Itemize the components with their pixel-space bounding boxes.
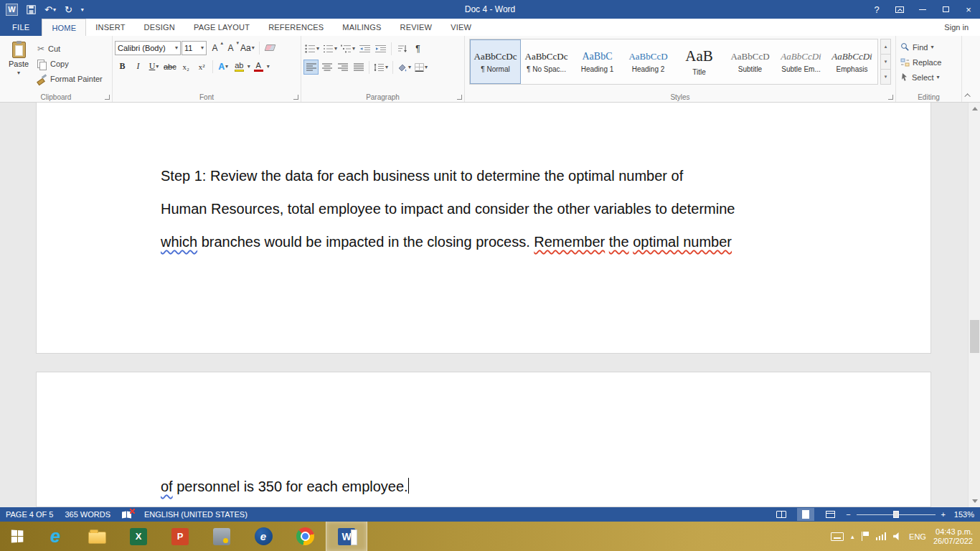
format-painter-button[interactable]: Format Painter bbox=[35, 72, 105, 85]
style-heading-1[interactable]: AaBbCHeading 1 bbox=[572, 39, 623, 84]
style-no-spacing[interactable]: AaBbCcDc¶ No Spac... bbox=[521, 39, 572, 84]
justify-button[interactable] bbox=[351, 60, 366, 75]
sign-in-link[interactable]: Sign in bbox=[933, 19, 980, 36]
save-button[interactable] bbox=[27, 5, 36, 14]
document-line[interactable]: Human Resources, total employee to impac… bbox=[161, 192, 830, 225]
tab-file[interactable]: FILE bbox=[0, 19, 42, 36]
zoom-in-button[interactable]: + bbox=[941, 510, 946, 519]
maximize-button[interactable] bbox=[934, 0, 957, 19]
paragraph-dialog-launcher[interactable] bbox=[457, 95, 462, 100]
zoom-slider[interactable] bbox=[857, 510, 936, 519]
read-mode-button[interactable] bbox=[773, 508, 790, 521]
scrollbar-thumb[interactable] bbox=[970, 320, 979, 353]
styles-scroll-up-button[interactable]: ▴ bbox=[880, 39, 891, 55]
paste-button[interactable]: Paste ▾ bbox=[2, 38, 35, 91]
bullets-button[interactable]: ▾ bbox=[303, 41, 321, 56]
document-line[interactable]: which branches would be impacted in the … bbox=[161, 225, 830, 258]
page-indicator[interactable]: PAGE 4 OF 5 bbox=[6, 510, 53, 519]
font-color-dropdown-icon[interactable]: ▾ bbox=[267, 63, 270, 70]
select-dropdown-icon[interactable]: ▾ bbox=[937, 74, 940, 80]
copy-button[interactable]: Copy bbox=[35, 57, 105, 70]
increase-indent-button[interactable] bbox=[373, 41, 388, 56]
scroll-up-button[interactable] bbox=[969, 103, 980, 115]
tab-page-layout[interactable]: PAGE LAYOUT bbox=[184, 19, 259, 36]
borders-button[interactable]: ▾ bbox=[413, 60, 429, 75]
tab-view[interactable]: VIEW bbox=[441, 19, 481, 36]
vertical-scrollbar[interactable] bbox=[968, 103, 980, 507]
print-layout-button[interactable] bbox=[797, 508, 814, 521]
spelling-flagged-word[interactable]: optimal number bbox=[633, 234, 732, 250]
tab-home[interactable]: HOME bbox=[42, 19, 86, 36]
spelling-flagged-word[interactable]: the bbox=[609, 234, 629, 250]
ribbon-display-options-button[interactable] bbox=[888, 0, 911, 19]
clipboard-dialog-launcher[interactable] bbox=[105, 95, 110, 100]
word-count[interactable]: 365 WORDS bbox=[65, 510, 110, 519]
bold-button[interactable]: B bbox=[115, 59, 130, 74]
line-spacing-button[interactable]: ▾ bbox=[372, 60, 390, 75]
select-button[interactable]: Select▾ bbox=[898, 70, 959, 84]
shrink-font-button[interactable]: A▾ bbox=[223, 40, 238, 55]
proofing-errors-icon[interactable] bbox=[122, 511, 133, 519]
page-5-text[interactable]: of personnel is 350 for each employee. bbox=[37, 372, 930, 503]
shading-button[interactable]: ▾ bbox=[396, 60, 413, 75]
decrease-indent-button[interactable] bbox=[357, 41, 372, 56]
start-button[interactable] bbox=[0, 522, 34, 551]
document-page-5[interactable]: of personnel is 350 for each employee. bbox=[36, 372, 931, 507]
show-hide-formatting-button[interactable]: ¶ bbox=[410, 41, 425, 56]
help-button[interactable]: ? bbox=[865, 0, 888, 19]
word-taskbar-icon[interactable]: W bbox=[326, 522, 367, 551]
grammar-flagged-word[interactable]: which bbox=[161, 234, 197, 250]
clear-formatting-button[interactable] bbox=[263, 40, 278, 55]
text-effects-button[interactable]: A▾ bbox=[216, 59, 231, 74]
style-title[interactable]: AaBTitle bbox=[674, 39, 725, 84]
action-center-flag-icon[interactable] bbox=[862, 532, 869, 541]
undo-button[interactable]: ↶▾ bbox=[44, 4, 56, 15]
style-subtle-emphasis[interactable]: AaBbCcDiSubtle Em... bbox=[776, 39, 826, 84]
underline-dropdown-icon[interactable]: ▾ bbox=[156, 63, 159, 70]
network-icon[interactable] bbox=[876, 532, 887, 540]
clock[interactable]: 04:43 p.m. 26/07/2022 bbox=[933, 527, 973, 546]
font-size-combobox[interactable]: 11▾ bbox=[182, 41, 207, 55]
web-layout-button[interactable] bbox=[821, 508, 839, 521]
font-size-dropdown-icon[interactable]: ▾ bbox=[201, 44, 204, 51]
styles-scroll-down-button[interactable]: ▾ bbox=[880, 55, 891, 70]
strikethrough-button[interactable]: abc bbox=[162, 59, 178, 74]
highlight-dropdown-icon[interactable]: ▾ bbox=[248, 63, 250, 70]
style-heading-2[interactable]: AaBbCcDHeading 2 bbox=[623, 39, 674, 84]
language-indicator[interactable]: ENGLISH (UNITED STATES) bbox=[144, 510, 248, 519]
tab-mailings[interactable]: MAILINGS bbox=[333, 19, 390, 36]
sort-button[interactable] bbox=[395, 41, 410, 56]
zoom-out-button[interactable]: − bbox=[846, 510, 850, 519]
tab-review[interactable]: REVIEW bbox=[391, 19, 442, 36]
grammar-flagged-word[interactable]: of bbox=[161, 479, 173, 494]
style-emphasis[interactable]: AaBbCcDiEmphasis bbox=[826, 39, 877, 84]
styles-more-button[interactable]: ▾ bbox=[880, 70, 891, 85]
page-4-text[interactable]: Step 1: Review the data for each busines… bbox=[37, 103, 930, 258]
tab-design[interactable]: DESIGN bbox=[135, 19, 184, 36]
find-dropdown-icon[interactable]: ▾ bbox=[930, 44, 933, 50]
numbering-button[interactable]: ▾ bbox=[321, 41, 339, 56]
excel-icon[interactable]: X bbox=[118, 522, 159, 551]
word-app-icon[interactable]: W bbox=[6, 4, 18, 16]
font-name-combobox[interactable]: Calibri (Body)▾ bbox=[115, 41, 181, 55]
styles-dialog-launcher[interactable] bbox=[888, 95, 893, 100]
replace-button[interactable]: Replace bbox=[898, 55, 959, 69]
minimize-button[interactable] bbox=[911, 0, 934, 19]
volume-icon[interactable] bbox=[893, 532, 902, 541]
close-button[interactable]: × bbox=[957, 0, 980, 19]
scroll-down-button[interactable] bbox=[969, 495, 980, 507]
pinned-app-icon[interactable] bbox=[201, 522, 242, 551]
cut-button[interactable]: ✂Cut bbox=[35, 42, 105, 55]
spelling-flagged-word[interactable]: Remember bbox=[534, 234, 605, 250]
customize-quick-access-button[interactable]: ▾ bbox=[81, 6, 84, 13]
input-language-indicator[interactable]: ENG bbox=[909, 532, 926, 541]
change-case-button[interactable]: Aa▾ bbox=[239, 40, 256, 55]
align-right-button[interactable] bbox=[335, 60, 350, 75]
undo-dropdown-icon[interactable]: ▾ bbox=[53, 6, 56, 13]
multilevel-list-button[interactable]: ▾ bbox=[339, 41, 357, 56]
document-page-4[interactable]: Step 1: Review the data for each busines… bbox=[36, 103, 931, 354]
touch-keyboard-icon[interactable] bbox=[831, 532, 844, 541]
underline-button[interactable]: U▾ bbox=[146, 59, 161, 74]
show-hidden-icons-button[interactable]: ▴ bbox=[851, 533, 854, 540]
edge-browser-icon[interactable]: e bbox=[242, 522, 284, 551]
